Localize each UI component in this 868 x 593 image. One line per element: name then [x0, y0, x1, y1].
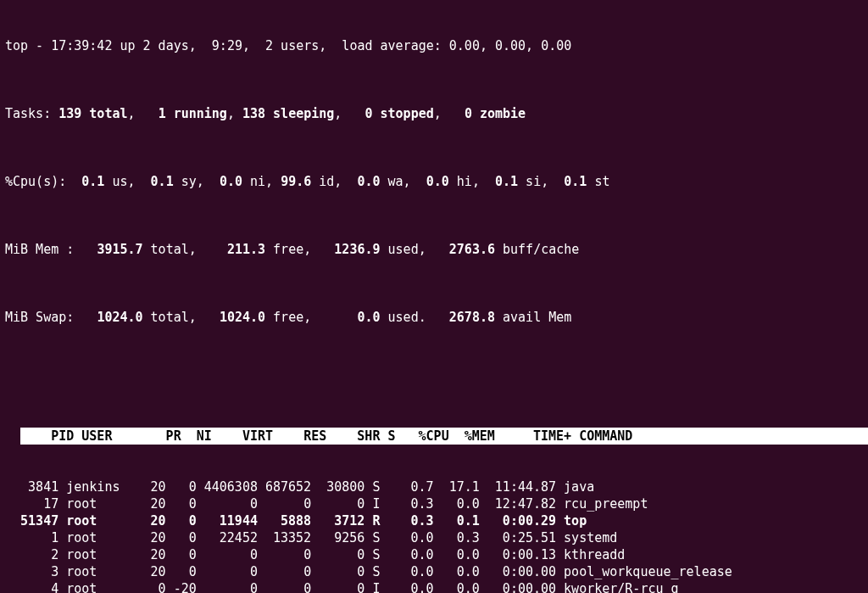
- process-row: 17 root200000 I0.30.012:47.82rcu_preempt: [5, 495, 863, 512]
- top-line-tasks: Tasks: 139 total, 1 running, 138 sleepin…: [5, 105, 863, 122]
- process-table-header: PID USERPRNIVIRTRESSHR S%CPU%MEMTIME+COM…: [20, 428, 868, 445]
- process-row: 1 root20022452133529256 S0.00.30:25.51sy…: [5, 529, 863, 546]
- process-table-body: 3841 jenkins200440630868765230800 S0.717…: [5, 478, 863, 593]
- process-row: 4 root0-20000 I0.00.00:00.00kworker/R-rc…: [5, 580, 863, 593]
- process-row: 3 root200000 S0.00.00:00.00pool_workqueu…: [5, 563, 863, 580]
- process-row: 2 root200000 S0.00.00:00.13kthreadd: [5, 546, 863, 563]
- blank-line: [5, 377, 863, 394]
- top-line-swap: MiB Swap: 1024.0 total, 1024.0 free, 0.0…: [5, 309, 863, 326]
- top-line-uptime: top - 17:39:42 up 2 days, 9:29, 2 users,…: [5, 37, 863, 54]
- process-row: 3841 jenkins200440630868765230800 S0.717…: [5, 478, 863, 495]
- top-line-cpu: %Cpu(s): 0.1 us, 0.1 sy, 0.0 ni, 99.6 id…: [5, 173, 863, 190]
- top-line-mem: MiB Mem : 3915.7 total, 211.3 free, 1236…: [5, 241, 863, 258]
- terminal[interactable]: top - 17:39:42 up 2 days, 9:29, 2 users,…: [0, 0, 868, 593]
- process-row: 51347 root2001194458883712 R0.30.10:00.2…: [5, 512, 863, 529]
